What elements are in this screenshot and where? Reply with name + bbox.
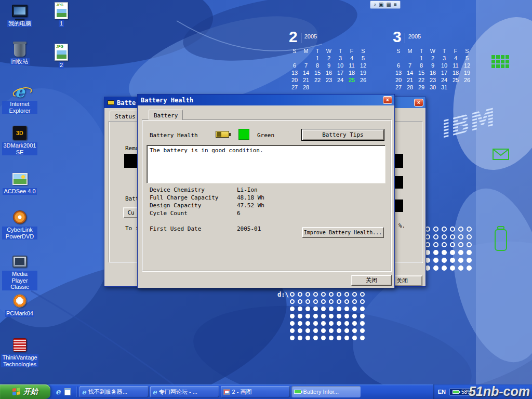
tab-status[interactable]: Status <box>110 111 141 121</box>
windows-logo-icon <box>12 388 21 396</box>
percent-label: %. <box>398 222 405 229</box>
dialog-titlebar[interactable]: Battery Health × <box>138 95 394 105</box>
jpg-file-icon: JPG <box>55 2 68 19</box>
taskbar-task[interactable]: 2 - 画图 <box>221 386 290 397</box>
gauge-block <box>394 154 403 168</box>
file-type-badge: JPG <box>56 45 63 48</box>
detail-value: 47.52 Wh <box>237 202 264 209</box>
quick-launch-ie-icon[interactable]: e <box>56 387 61 396</box>
detail-value: 48.18 Wh <box>237 194 264 201</box>
battery-details: Device ChemistryLi-IonFull Charge Capaci… <box>150 186 264 233</box>
current-settings-button[interactable]: Cu <box>123 207 139 218</box>
detail-label: Design Capacity <box>150 202 237 209</box>
start-button[interactable]: 开始 <box>0 384 50 399</box>
battery-tips-button[interactable]: Battery Tips <box>302 129 384 140</box>
file-thumbnail <box>57 9 66 17</box>
detail-value: 6 <box>237 210 241 217</box>
detail-row: Full Charge Capacity48.18 Wh <box>150 194 264 202</box>
taskbar-task[interactable]: e找不到服务器... <box>79 386 149 397</box>
health-status-swatch <box>238 129 249 140</box>
window-title: Batte <box>117 99 136 107</box>
desktop-icon-label: 2 <box>59 62 64 69</box>
detail-value: 2005-01 <box>237 225 261 232</box>
gauge-block <box>394 176 403 189</box>
taskbar-task[interactable]: e专门网论坛 - ... <box>150 386 219 397</box>
file-type-badge: JPG <box>56 3 63 7</box>
detail-row: Cycle Count6 <box>150 209 264 217</box>
dialog-title: Battery Health <box>141 97 193 104</box>
desktop-icon-label: 1 <box>59 20 64 27</box>
battery-icon <box>216 131 229 138</box>
quick-launch-bar: e <box>50 384 76 399</box>
quick-launch-document-icon[interactable] <box>64 388 71 395</box>
detail-label: Cycle Count <box>150 209 237 217</box>
task-label: 2 - 画图 <box>232 388 252 396</box>
desktop-file-2[interactable]: JPG2 <box>51 44 72 69</box>
close-icon[interactable]: × <box>383 96 392 104</box>
keyboard-icon[interactable]: ▦ <box>386 1 391 8</box>
detail-label: Device Chemistry <box>150 186 237 194</box>
ie-icon: e <box>153 388 157 396</box>
condition-textbox: The battery is in good condition. <box>147 145 385 183</box>
start-label: 开始 <box>23 387 38 396</box>
battery-icon <box>108 100 114 105</box>
battery-health-label: Battery Health <box>150 132 198 139</box>
detail-row: Device ChemistryLi-Ion <box>150 186 264 194</box>
health-status-text: Green <box>257 132 274 139</box>
detail-label: Full Charge Capacity <box>150 194 237 202</box>
detail-label: First Used Date <box>150 225 237 233</box>
detail-value: Li-Ion <box>237 187 258 193</box>
floating-toolbar[interactable]: ♪▣▦≡ <box>370 1 401 9</box>
ie-icon: e <box>82 388 86 396</box>
task-label: 找不到服务器... <box>88 388 127 396</box>
desktop-file-1[interactable]: JPG1 <box>51 2 72 27</box>
detail-row: First Used Date2005-01 <box>150 225 264 233</box>
language-indicator[interactable]: EN <box>438 389 446 395</box>
task-label: 专门网论坛 - ... <box>159 388 197 396</box>
gauge-block <box>394 200 403 212</box>
taskbar-task[interactable]: Battery Infor... <box>291 386 361 397</box>
watermark-51nb: 51nb-com <box>469 384 530 399</box>
task-button-area: e找不到服务器...e专门网论坛 - ...2 - 画图Battery Info… <box>79 384 361 399</box>
volume-icon[interactable]: ♪ <box>374 1 376 8</box>
detail-row: Design Capacity47.52 Wh <box>150 202 264 209</box>
display-icon[interactable]: ▣ <box>379 1 383 8</box>
close-icon[interactable]: × <box>414 99 423 107</box>
jpg-file-icon: JPG <box>55 44 68 61</box>
close-button[interactable]: 关闭 <box>351 275 392 286</box>
file-thumbnail <box>57 50 66 59</box>
taskbar-grip[interactable] <box>76 387 77 397</box>
battery-tray-icon <box>453 390 459 394</box>
task-label: Battery Infor... <box>303 389 339 395</box>
menu-icon[interactable]: ≡ <box>394 1 397 8</box>
taskbar: 开始 e e找不到服务器...e专门网论坛 - ...2 - 画图Battery… <box>0 384 532 399</box>
battery-health-dialog[interactable]: Battery Health × Battery Battery Health … <box>137 94 395 288</box>
battery-icon <box>294 390 301 394</box>
tab-battery[interactable]: Battery <box>149 110 183 120</box>
gauge-block <box>124 154 138 168</box>
improve-battery-health-button[interactable]: Improve Battery Health... <box>302 227 384 238</box>
paint-icon <box>223 389 230 395</box>
